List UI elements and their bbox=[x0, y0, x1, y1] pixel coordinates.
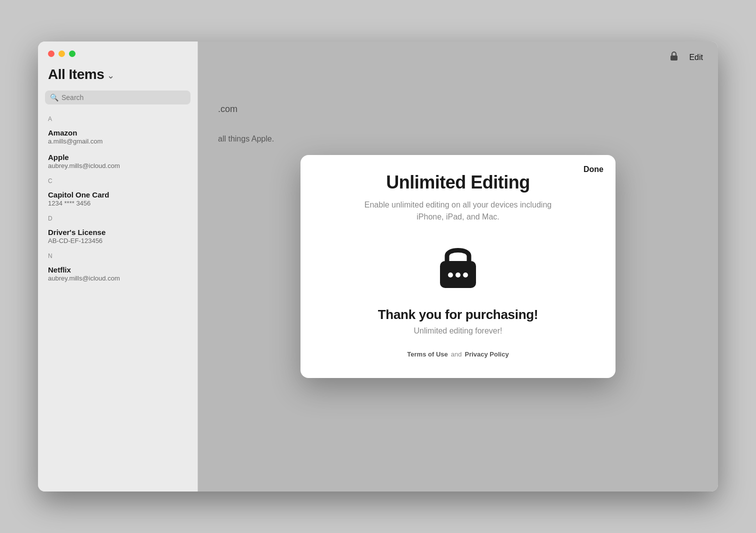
all-items-title: All Items bbox=[48, 66, 104, 82]
modal-thank-you: Thank you for purchasing! bbox=[378, 307, 538, 322]
list-item[interactable]: Driver's License AB-CD-EF-123456 bbox=[38, 224, 198, 248]
list-item[interactable]: Apple aubrey.mills@icloud.com bbox=[38, 149, 198, 174]
section-letter-n: N bbox=[38, 248, 198, 262]
traffic-lights bbox=[48, 50, 76, 57]
list-item[interactable]: Capitol One Card 1234 **** 3456 bbox=[38, 186, 198, 211]
list-item-name: Amazon bbox=[48, 128, 188, 137]
modal-title: Unlimited Editing bbox=[386, 172, 530, 193]
privacy-policy-link[interactable]: Privacy Policy bbox=[464, 350, 508, 358]
modal-forever-text: Unlimited editing forever! bbox=[414, 326, 502, 336]
app-window: All Items ⌄ 🔍 A Amazon a.mills@gmail.com… bbox=[38, 42, 718, 492]
lock-icon-container bbox=[433, 238, 483, 295]
list-item-name: Capitol One Card bbox=[48, 190, 188, 199]
legal-and-text: and bbox=[451, 350, 462, 358]
sidebar-header: All Items ⌄ bbox=[38, 66, 198, 90]
search-icon: 🔍 bbox=[50, 94, 58, 102]
chevron-down-icon[interactable]: ⌄ bbox=[107, 70, 114, 81]
modal: Done Unlimited Editing Enable unlimited … bbox=[300, 155, 616, 378]
modal-overlay: Done Unlimited Editing Enable unlimited … bbox=[198, 42, 718, 492]
modal-legal: Terms of Use and Privacy Policy bbox=[407, 350, 508, 358]
fullscreen-button[interactable] bbox=[69, 50, 76, 57]
modal-subtitle: Enable unlimited editing on all your dev… bbox=[358, 199, 558, 223]
list-item-sub: a.mills@gmail.com bbox=[48, 138, 188, 145]
list-item[interactable]: Netflix aubrey.mills@icloud.com bbox=[38, 262, 198, 286]
svg-point-4 bbox=[463, 272, 468, 278]
section-letter-c: C bbox=[38, 174, 198, 186]
list-item-sub: aubrey.mills@icloud.com bbox=[48, 162, 188, 170]
list-item-sub: aubrey.mills@icloud.com bbox=[48, 274, 188, 282]
minimize-button[interactable] bbox=[58, 50, 65, 57]
close-button[interactable] bbox=[48, 50, 54, 57]
section-letter-d: D bbox=[38, 211, 198, 224]
list-item-name: Netflix bbox=[48, 266, 188, 274]
svg-point-3 bbox=[456, 272, 460, 278]
list-item-name: Driver's License bbox=[48, 228, 188, 236]
done-button[interactable]: Done bbox=[584, 165, 604, 174]
section-letter-a: A bbox=[38, 112, 198, 124]
list-item-name: Apple bbox=[48, 153, 188, 162]
terms-of-use-link[interactable]: Terms of Use bbox=[407, 350, 448, 358]
main-content: Edit .com all things Apple. Done Unlimit… bbox=[198, 42, 718, 492]
search-input[interactable] bbox=[62, 94, 186, 102]
list-item[interactable]: Amazon a.mills@gmail.com bbox=[38, 124, 198, 149]
lock-icon-large bbox=[433, 238, 483, 293]
list-item-sub: 1234 **** 3456 bbox=[48, 200, 188, 207]
list-item-sub: AB-CD-EF-123456 bbox=[48, 237, 188, 244]
sidebar: All Items ⌄ 🔍 A Amazon a.mills@gmail.com… bbox=[38, 42, 198, 492]
search-bar[interactable]: 🔍 bbox=[45, 90, 190, 104]
svg-point-2 bbox=[448, 272, 453, 278]
